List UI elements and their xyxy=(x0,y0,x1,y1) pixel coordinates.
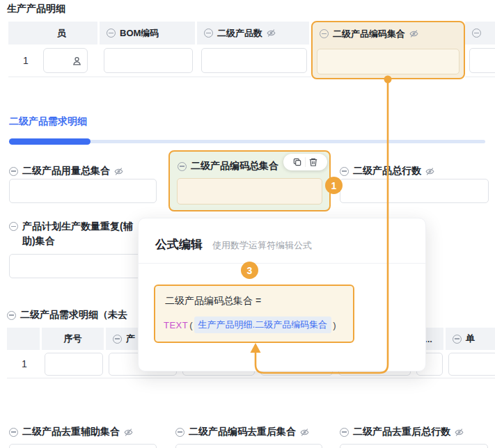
column-code-set-label: 二级产品编码集合 xyxy=(333,28,405,40)
column-header-member: 员 xyxy=(8,22,97,45)
link-icon xyxy=(204,29,213,38)
eye-off-icon xyxy=(425,167,434,176)
trash-icon xyxy=(308,157,318,167)
copy-button[interactable] xyxy=(290,157,305,167)
product-label: 产 xyxy=(126,333,135,345)
total-rows-input[interactable] xyxy=(340,179,489,203)
column-rownum: 1 xyxy=(7,328,42,378)
column-truncated xyxy=(465,22,495,79)
column-member: 员 1 xyxy=(8,22,100,79)
column-header-blank xyxy=(7,328,40,350)
field-label-plan-repeat: 产品计划生产数量重复(辅 助)集合 xyxy=(9,219,133,248)
column-bom: BOM编码 xyxy=(100,22,197,79)
field-toolbar xyxy=(283,154,327,170)
link-icon xyxy=(9,428,18,437)
link-icon xyxy=(340,428,349,437)
eye-off-icon xyxy=(114,167,123,176)
formula-edit-popup: 公式编辑 使用数学运算符编辑公式 二级产品编码总集合 = TEXT ( 生产产品… xyxy=(138,218,426,371)
close-paren: ) xyxy=(331,320,337,330)
unit-label: 单 xyxy=(466,333,475,345)
plan-repeat-line1: 产品计划生产数量重复(辅 xyxy=(22,219,133,234)
bom-code-input[interactable] xyxy=(104,48,193,73)
column-header-bom: BOM编码 xyxy=(100,22,195,45)
tab-secondary-demand-detail[interactable]: 二级产品需求明细 xyxy=(9,115,87,128)
code-total-text: 二级产品编码总集合 xyxy=(191,160,278,173)
row-number: 1 xyxy=(7,358,42,369)
unit-input[interactable] xyxy=(448,353,495,376)
link-icon xyxy=(453,335,462,344)
eye-off-icon xyxy=(124,428,133,437)
link-icon xyxy=(175,428,184,437)
popup-title: 公式编辑 xyxy=(155,237,203,253)
lower-table-title: 二级产品需求明细（未去 xyxy=(7,309,127,321)
link-icon xyxy=(7,311,16,320)
top-section-title: 生产产品明细 xyxy=(7,3,65,15)
lower-table-title-text: 二级产品需求明细（未去 xyxy=(20,309,127,321)
field-label-usage-total: 二级产品用量总集合 xyxy=(9,165,123,177)
link-icon xyxy=(178,162,187,171)
column-header-code-set: 二级产品编码集合 xyxy=(313,22,464,45)
step-badge-1: 1 xyxy=(325,177,343,194)
link-icon xyxy=(340,167,349,176)
link-icon xyxy=(107,29,116,38)
code-deduped-input[interactable] xyxy=(175,444,322,448)
link-icon xyxy=(472,29,481,38)
person-icon xyxy=(72,56,82,66)
step-badge-3: 3 xyxy=(241,262,258,279)
column-header-truncated xyxy=(465,22,495,45)
delete-button[interactable] xyxy=(306,157,321,167)
truncated-input[interactable] xyxy=(469,48,495,73)
field-reference-chip[interactable]: 生产产品明细.二级产品编码集合 xyxy=(194,317,332,333)
selected-field-code-total[interactable]: 二级产品编码总集合 xyxy=(168,150,331,211)
plan-repeat-line2: 助)集合 xyxy=(22,234,133,248)
formula-lhs: 二级产品编码总集合 = xyxy=(165,295,261,307)
column-header-seq: 序号 xyxy=(42,328,104,350)
popup-header: 公式编辑 使用数学运算符编辑公式 xyxy=(155,237,312,253)
usage-total-text: 二级产品用量总集合 xyxy=(22,165,110,177)
link-icon xyxy=(113,335,122,344)
popup-subtitle: 使用数学运算符编辑公式 xyxy=(212,239,312,252)
field-label-dedupe-helper: 二级产品去重辅助集合 xyxy=(9,426,133,438)
eye-off-icon xyxy=(267,29,276,38)
column-code-set-highlighted[interactable]: 二级产品编码集合 xyxy=(311,21,465,79)
function-name: TEXT xyxy=(164,320,188,330)
link-icon xyxy=(9,167,18,176)
table-row: 1 xyxy=(8,45,100,77)
column-header-unit: 单 xyxy=(446,328,495,350)
deduped-rows-input[interactable] xyxy=(340,444,488,448)
column-header-count: 二级产品数 xyxy=(197,22,309,45)
formula-editor-box[interactable]: 二级产品编码总集合 = TEXT ( 生产产品明细.二级产品编码集合 ) xyxy=(154,285,354,343)
field-label-total-rows: 二级产品总行数 xyxy=(340,165,434,177)
link-icon xyxy=(9,222,18,231)
seq-input[interactable] xyxy=(45,353,103,376)
code-total-input[interactable] xyxy=(177,178,322,205)
production-detail-table: 员 1 BOM编码 二级产品数 二级产品编码集合 xyxy=(8,22,495,79)
column-count-label: 二级产品数 xyxy=(217,27,262,40)
member-picker-field[interactable] xyxy=(43,48,88,73)
link-icon xyxy=(320,29,329,38)
dedupe-helper-text: 二级产品去重辅助集合 xyxy=(22,426,120,438)
column-unit: 单 xyxy=(446,328,495,378)
tab-progress-active xyxy=(9,138,91,145)
popup-divider xyxy=(139,263,425,264)
column-member-label: 员 xyxy=(57,27,66,40)
usage-total-input[interactable] xyxy=(9,179,157,203)
seq-label: 序号 xyxy=(64,333,82,345)
open-paren: ( xyxy=(188,320,194,330)
total-rows-text: 二级产品总行数 xyxy=(353,165,421,177)
plan-repeat-input[interactable] xyxy=(9,254,157,278)
dedupe-helper-input[interactable] xyxy=(9,444,157,448)
code-deduped-text: 二级产品编码去重后集合 xyxy=(189,426,296,438)
column-bom-label: BOM编码 xyxy=(120,27,159,40)
row-number: 1 xyxy=(8,55,43,66)
eye-off-icon xyxy=(409,29,418,38)
column-seq: 序号 xyxy=(42,328,106,378)
field-label-code-deduped: 二级产品编码去重后集合 xyxy=(175,426,309,438)
column-count: 二级产品数 xyxy=(197,22,311,79)
eye-off-icon xyxy=(300,428,309,437)
deduped-rows-text: 二级产品去重后总行数 xyxy=(353,426,450,438)
code-set-input[interactable] xyxy=(317,49,459,74)
copy-icon xyxy=(292,157,302,167)
secondary-count-input[interactable] xyxy=(201,48,307,73)
field-label-deduped-rows: 二级产品去重后总行数 xyxy=(340,426,464,438)
